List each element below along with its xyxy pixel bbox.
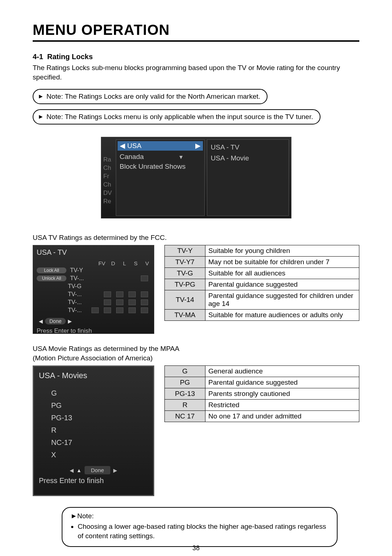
table-row: GGeneral audience (165, 366, 359, 377)
triangle-left-icon: ◀ (70, 467, 74, 473)
osd-usa-sublist: USA - TV USA - Movie (207, 139, 289, 216)
rating-code: R (165, 400, 205, 411)
chevron-left-icon: ◀ (120, 141, 125, 151)
tv-rating-label: TV-... (70, 275, 89, 282)
rating-code: TV-G (165, 267, 205, 279)
tv-rating-label: TV-... (68, 307, 87, 314)
osd-usa-tv-header: USA - TV (37, 248, 150, 257)
rating-code: PG-13 (165, 388, 205, 400)
osd-usa-tv-footer: ◀ Done ▶ (37, 318, 150, 324)
rating-description: Parental guidance suggested (205, 377, 359, 388)
movie-ratings-caption: USA Movie Ratings as determined by the M… (33, 344, 359, 363)
osd-item-usa: ◀ USA ▶ (118, 141, 203, 151)
page-title: MENU OPERATION (33, 22, 359, 42)
osd-rating-locks-menu: Ra Ch Fr Ch DV Re ◀ USA ▶ Canada ▼ Block… (101, 137, 291, 218)
caret-down-icon: ▼ (178, 154, 184, 160)
chevron-right-icon: ▶ (195, 141, 201, 151)
lock-pill: Lock All (37, 267, 66, 273)
osd-tv-row: Unlock AllTV-... (37, 274, 150, 282)
rating-checkbox (116, 307, 123, 313)
rating-checkbox (91, 307, 99, 313)
rating-checkbox (141, 275, 148, 281)
movie-ratings-table: GGeneral audiencePGParental guidance sug… (164, 365, 359, 422)
osd-item-usa-movie: USA - Movie (211, 153, 285, 164)
osd-usa-tv: USA - TV FVDLSV Lock AllTV-YUnlock AllTV… (33, 245, 154, 334)
done-button: Done (85, 466, 111, 474)
rating-description: Restricted (205, 400, 359, 411)
rating-code: TV-MA (165, 309, 205, 320)
osd-finish-hint: Press Enter to finish (39, 477, 148, 485)
movie-rating-option: X (51, 449, 148, 461)
movie-rating-option: PG-13 (51, 412, 148, 424)
triangle-left-icon: ◀ (39, 318, 43, 324)
osd-tv-row: TV-G (37, 282, 150, 290)
osd-tv-row: Lock AllTV-Y (37, 266, 150, 274)
osd-tv-row: TV-... (37, 306, 150, 314)
rating-checkbox (116, 291, 123, 297)
play-icon: ► (38, 93, 44, 100)
osd-partial-labels: Ra Ch Fr Ch DV Re (101, 137, 114, 218)
rating-checkbox (128, 291, 136, 297)
lock-pill: Unlock All (37, 275, 66, 281)
movie-rating-option: G (51, 387, 148, 399)
rating-description: General audience (205, 366, 359, 377)
rating-checkbox (128, 299, 136, 305)
section-number: 4-1 (33, 53, 43, 61)
section-title: Rating Locks (47, 53, 93, 61)
osd-item-canada: Canada ▼ (120, 152, 201, 162)
rating-checkbox (128, 307, 136, 313)
table-row: PGParental guidance suggested (165, 377, 359, 388)
rating-code: TV-14 (165, 290, 205, 309)
rating-description: Suitable for mature audiences or adults … (205, 309, 359, 320)
rating-code: TV-PG (165, 279, 205, 290)
footer-note-title: Note: (77, 512, 94, 520)
movie-rating-option: PG (51, 399, 148, 412)
note-2-text: Note: The Ratings Locks menu is only app… (46, 113, 313, 120)
play-icon: ► (70, 512, 77, 520)
rating-code: G (165, 366, 205, 377)
tv-rating-label: TV-Y (70, 267, 89, 274)
rating-checkbox (141, 299, 148, 305)
table-row: PG-13Parents strongly cautioned (165, 388, 359, 400)
rating-code: TV-Y (165, 245, 205, 256)
rating-description: Parental guidance suggested (205, 279, 359, 290)
osd-usa-movies-header: USA - Movies (39, 371, 148, 380)
movie-rating-option: R (51, 424, 148, 436)
tv-ratings-table: TV-YSuitable for young childrenTV-Y7May … (164, 245, 359, 321)
rating-description: Suitable for young children (205, 245, 359, 256)
play-icon: ► (38, 113, 44, 120)
section-heading: 4-1 Rating Locks (33, 53, 359, 61)
triangle-right-icon: ▶ (68, 318, 72, 324)
rating-checkbox (104, 307, 111, 313)
table-row: TV-Y7May not be suitable for children un… (165, 256, 359, 267)
osd-usa-movies: USA - Movies GPGPG-13RNC-17X ◀ ▲ Done ▶ … (33, 365, 154, 496)
rating-checkbox (141, 307, 148, 313)
triangle-up-icon: ▲ (77, 467, 82, 473)
note-pill-1: ► Note: The Ratings Locks are only valid… (33, 89, 268, 104)
note-pill-2: ► Note: The Ratings Locks menu is only a… (33, 109, 320, 124)
osd-usa-movies-options: GPGPG-13RNC-17X (51, 387, 148, 461)
rating-checkbox (116, 299, 123, 305)
intro-text: The Ratings Locks sub-menu blocks progra… (33, 63, 359, 82)
note-1-text: Note: The Ratings Locks are only valid f… (46, 93, 260, 100)
rating-description: No one 17 and under admitted (205, 411, 359, 422)
osd-usa-tv-cols: FVDLSV (98, 260, 150, 266)
tv-rating-label: TV-G (68, 283, 87, 290)
movie-rating-option: NC-17 (51, 436, 148, 449)
table-row: TV-PGParental guidance suggested (165, 279, 359, 290)
tv-rating-label: TV-... (68, 299, 87, 306)
osd-usa-movies-footer: ◀ ▲ Done ▶ (39, 466, 148, 474)
table-row: TV-MASuitable for mature audiences or ad… (165, 309, 359, 320)
done-button: Done (45, 318, 66, 324)
osd-finish-hint: Press Enter to finish (37, 327, 150, 335)
osd-item-usa-tv: USA - TV (211, 142, 285, 153)
rating-description: May not be suitable for children under 7 (205, 256, 359, 267)
footer-note: ►Note: Choosing a lower age-based rating… (62, 507, 338, 547)
table-row: TV-14Parental guidance suggested for chi… (165, 290, 359, 309)
page-number: 38 (0, 544, 392, 552)
rating-code: TV-Y7 (165, 256, 205, 267)
rating-checkbox (104, 291, 111, 297)
osd-tv-row: TV-... (37, 298, 150, 306)
rating-checkbox (141, 291, 148, 297)
rating-code: NC 17 (165, 411, 205, 422)
